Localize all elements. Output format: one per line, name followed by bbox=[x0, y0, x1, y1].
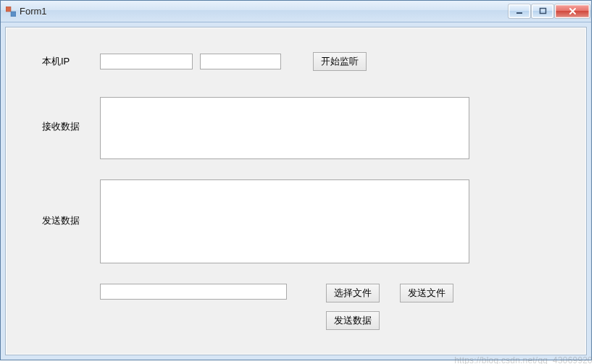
grid-empty bbox=[400, 311, 453, 330]
port-input[interactable] bbox=[200, 54, 281, 69]
row-local-ip: 本机IP 开始监听 bbox=[42, 52, 557, 71]
button-grid: 选择文件 发送文件 发送数据 bbox=[326, 284, 453, 330]
choose-file-button[interactable]: 选择文件 bbox=[326, 284, 380, 302]
label-local-ip: 本机IP bbox=[42, 55, 100, 68]
minimize-button[interactable] bbox=[509, 4, 530, 18]
titlebar[interactable]: Form1 bbox=[1, 1, 591, 22]
window-controls bbox=[509, 4, 590, 18]
recv-textarea[interactable] bbox=[100, 97, 469, 159]
send-data-button[interactable]: 发送数据 bbox=[326, 311, 380, 330]
close-button[interactable] bbox=[555, 4, 590, 18]
row-bottom: 选择文件 发送文件 发送数据 bbox=[42, 284, 557, 330]
row-send: 发送数据 bbox=[42, 179, 557, 263]
label-recv: 接收数据 bbox=[42, 97, 100, 133]
app-icon bbox=[5, 6, 17, 17]
svg-rect-0 bbox=[6, 7, 11, 12]
window-title: Form1 bbox=[20, 6, 509, 17]
ip-input[interactable] bbox=[100, 54, 193, 69]
spacer-label bbox=[42, 284, 100, 287]
svg-rect-2 bbox=[516, 12, 522, 14]
svg-rect-1 bbox=[11, 12, 16, 17]
file-path-input[interactable] bbox=[100, 284, 287, 300]
svg-rect-3 bbox=[540, 9, 545, 14]
send-file-button[interactable]: 发送文件 bbox=[400, 284, 453, 302]
send-textarea[interactable] bbox=[100, 179, 469, 263]
label-send: 发送数据 bbox=[42, 179, 100, 227]
client-area: 本机IP 开始监听 接收数据 发送数据 选择文件 发送文件 发送数据 bbox=[5, 27, 587, 355]
row-recv: 接收数据 bbox=[42, 97, 557, 159]
window-chrome: Form1 本机IP 开始监听 接收数据 bbox=[0, 0, 592, 360]
maximize-button[interactable] bbox=[532, 4, 553, 18]
start-listen-button[interactable]: 开始监听 bbox=[313, 52, 367, 71]
